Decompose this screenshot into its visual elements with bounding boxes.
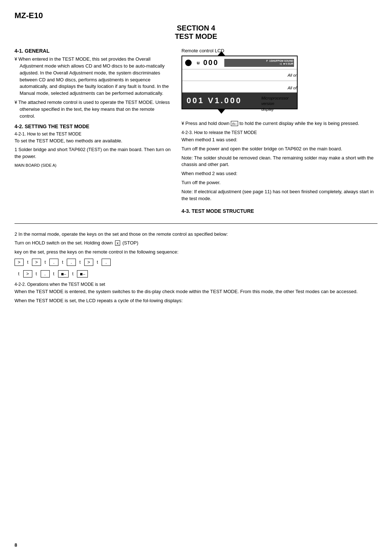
page-number: 8 (15, 542, 17, 548)
remote-lcd-label: Remote control LCD (181, 48, 377, 53)
lcd-dark-bar: F 1SHUFPGM SOUND ◁ ■ V-SUR (224, 59, 294, 67)
all-on-label: All on (287, 73, 298, 77)
section-4-2-3: 4-2-3. How to release the TEST MODE When… (181, 130, 377, 202)
sub-4-2-3: 4-2-3. How to release the TEST MODE (181, 130, 377, 135)
top-arrow-icon (218, 51, 225, 56)
key-text: key on the set, press the keys on the re… (15, 249, 377, 256)
bottom-arrow-icon (218, 109, 225, 114)
text-2: When the TEST MODE is set, the LCD repea… (15, 297, 377, 304)
method1-number: 1 (15, 147, 19, 152)
section-4-2-heading: 4-2. SETTING THE TEST MODE (15, 123, 171, 129)
sub-4-2-1: 4-2-1. How to set the TEST MODE (15, 131, 171, 137)
hold-text: Turn on HOLD switch on the set. Holding … (15, 240, 377, 247)
lcd-diagram-wrapper: u 000 F 1SHUFPGM SOUND ◁ ■ V-SUR 0 (181, 56, 377, 109)
seq-cell: > (85, 259, 93, 266)
main-board-label: MAIN BOARD (SIDE A) (15, 163, 171, 167)
down-button-icon: n– (231, 121, 238, 126)
seq-cell: ⏹– (58, 271, 69, 278)
section-4-3: 4-3. TEST MODE STRUCTURE (181, 208, 377, 214)
text-1: When the TEST MODE is entered, the syste… (15, 288, 377, 295)
seq-cell: t (69, 271, 77, 278)
section-4-1-bullets: When entered in the TEST MODE, this set … (15, 56, 171, 120)
method2-release-text: Turn off the power. (181, 179, 377, 186)
seq-cell: t (93, 259, 102, 266)
seq-cell: > (23, 271, 32, 278)
lcd-icons-small: F 1SHUFPGM SOUND ◁ ■ V-SUR (266, 60, 293, 66)
method1-text: Solder bridge and short TAP602 (TEST) on… (15, 147, 171, 159)
note1: Note: The solder should be removed clean… (181, 155, 377, 169)
model-number: MZ-E10 (15, 11, 43, 20)
seq-cell: > (32, 259, 41, 266)
seq-cell: . (102, 259, 111, 266)
bullet-2: The attached remote control is used to o… (15, 99, 171, 120)
note2: Note: If electrical adjustment (see page… (181, 189, 377, 202)
methods-intro: To set the TEST MODE, two methods are av… (15, 138, 171, 145)
seq-cell: t (58, 259, 67, 266)
method-list: 1 Solder bridge and short TAP602 (TEST) … (15, 146, 171, 160)
seq-cell: . (41, 271, 49, 278)
section-4-1-heading: 4-1. GENERAL (15, 48, 171, 54)
divider (15, 223, 377, 224)
method1-release-text: Turn off the power and open the solder b… (181, 146, 377, 153)
seq-cell: . (50, 259, 58, 266)
bullet-1: When entered in the TEST MODE, this set … (15, 56, 171, 97)
seq-cell: t (49, 271, 58, 278)
seq-cell: > (15, 259, 24, 266)
section-title: SECTION 4 TEST MODE (15, 24, 377, 41)
item-2-intro: 2 In the normal mode, operate the keys o… (15, 231, 377, 238)
section-4-3-heading: 4-3. TEST MODE STRUCTURE (181, 208, 377, 214)
lcd-circle-icon (185, 60, 192, 66)
bottom-section: 2 In the normal mode, operate the keys o… (15, 231, 377, 304)
seq-cell: t (76, 259, 85, 266)
seq-cell: t (32, 271, 41, 278)
lcd-000-text: 000 (203, 58, 219, 67)
sequence-table-2: t > t . t ⏹– t ⏹– (15, 270, 88, 278)
sequence-table-1: > t > t . t . t > t . (15, 259, 111, 266)
seq-cell: t (24, 259, 32, 266)
lcd-u-char: u (197, 60, 200, 65)
seq-cell: t (15, 271, 23, 278)
method2-heading: When method 2 was used: (181, 170, 377, 177)
seq-cell: t (41, 259, 50, 266)
micro-version-label: Microprocessor version display (261, 96, 298, 112)
all-off-label: All off (287, 86, 298, 90)
hold-button-icon: x (115, 240, 120, 246)
press-note: ¥ Press and hold down n– to hold the cur… (181, 120, 377, 127)
press-note-section: ¥ Press and hold down n– to hold the cur… (181, 120, 377, 127)
seq-cell: ⏹– (77, 271, 88, 278)
sub-4-2-2: 4-2-2. Operations when the TEST MODE is … (15, 282, 377, 287)
method1-heading: When method 1 was used: (181, 137, 377, 143)
seq-cell: . (67, 259, 76, 266)
